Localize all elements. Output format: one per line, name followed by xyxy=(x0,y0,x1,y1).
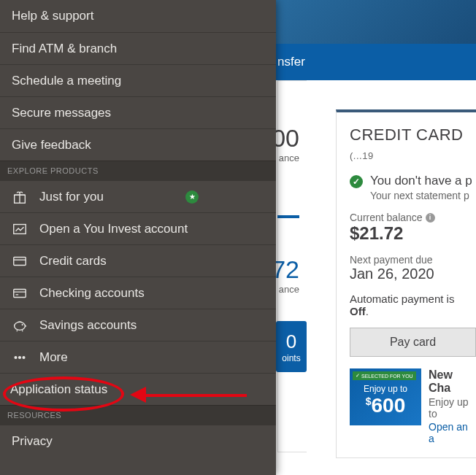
menu-credit-cards[interactable]: Credit cards xyxy=(0,244,276,277)
svg-rect-3 xyxy=(14,289,26,297)
promo-title: New Cha xyxy=(429,368,476,395)
points-tile[interactable]: 0 oints xyxy=(276,321,307,372)
cc-title-text: CREDIT CARD xyxy=(350,125,463,144)
menu-label: Checking accounts xyxy=(39,286,145,301)
menu-schedule-meeting[interactable]: Schedule a meeting xyxy=(0,64,276,96)
points-label: oints xyxy=(282,353,300,363)
next-payment-label: Next payment due xyxy=(350,254,476,266)
promo-link[interactable]: Open an a xyxy=(429,421,476,444)
cc-status-text: You don't have a p xyxy=(370,174,472,188)
menu-help-support[interactable]: Help & support xyxy=(0,0,276,32)
svg-point-5 xyxy=(22,324,23,325)
section-explore-products: EXPLORE PRODUCTS xyxy=(0,161,276,180)
current-balance-label: Current balance xyxy=(350,212,476,223)
svg-point-4 xyxy=(15,322,26,330)
nav-label[interactable]: nsfer xyxy=(277,55,305,69)
dots-icon xyxy=(12,350,28,366)
piggy-icon xyxy=(12,317,28,333)
menu-label: Open a You Invest account xyxy=(39,222,188,236)
pay-card-button[interactable]: Pay card xyxy=(350,328,476,357)
promo-sub: Enjoy up to xyxy=(429,396,476,420)
promo-amount: $600 xyxy=(366,394,406,417)
cc-title-suffix: (...19 xyxy=(350,150,374,161)
menu-label: Credit cards xyxy=(39,254,107,269)
annotation-arrow xyxy=(130,391,247,398)
next-payment-value: Jan 26, 2020 xyxy=(350,266,476,282)
credit-card-panel: CREDIT CARD (...19 You don't have a p Yo… xyxy=(336,109,476,458)
auto-payment-text: Automatic payment is Off. xyxy=(350,293,476,317)
cc-status-sub: Your next statement p xyxy=(370,190,472,201)
menu-checking[interactable]: Checking accounts xyxy=(0,277,276,309)
cc-status-row: You don't have a p Your next statement p xyxy=(350,174,476,201)
menu-more[interactable]: More xyxy=(0,341,276,373)
menu-savings[interactable]: Savings accounts xyxy=(0,309,276,341)
chart-icon xyxy=(12,221,28,237)
svg-rect-2 xyxy=(14,257,26,265)
info-icon[interactable] xyxy=(426,213,435,223)
menu-privacy[interactable]: Privacy xyxy=(0,425,276,457)
menu-label: More xyxy=(39,350,68,365)
star-badge-icon xyxy=(185,190,199,204)
points-value: 0 xyxy=(286,331,296,353)
menu-you-invest[interactable]: Open a You Invest account xyxy=(0,212,276,244)
menu-give-feedback[interactable]: Give feedback xyxy=(0,128,276,161)
card-icon xyxy=(12,253,28,269)
promo-image: SELECTED FOR YOU Enjoy up to $600 xyxy=(350,368,421,425)
svg-point-7 xyxy=(19,356,21,358)
svg-point-6 xyxy=(15,356,17,358)
menu-label: Savings accounts xyxy=(39,318,137,333)
menu-find-atm[interactable]: Find ATM & branch xyxy=(0,32,276,64)
gift-icon xyxy=(12,189,28,205)
tab-indicator xyxy=(277,215,299,218)
check-circle-icon xyxy=(350,175,363,188)
credit-card-title[interactable]: CREDIT CARD (...19 xyxy=(350,125,476,163)
check-card-icon xyxy=(12,285,28,301)
promo-enjoy: Enjoy up to xyxy=(364,384,407,394)
svg-point-8 xyxy=(23,356,25,358)
promo-banner[interactable]: SELECTED FOR YOU Enjoy up to $600 New Ch… xyxy=(350,368,476,444)
promo-badge: SELECTED FOR YOU xyxy=(353,371,416,380)
annotation-circle xyxy=(3,376,124,412)
current-balance-value: $21.72 xyxy=(350,223,476,244)
menu-just-for-you[interactable]: Just for you xyxy=(0,180,276,212)
menu-secure-messages[interactable]: Secure messages xyxy=(0,96,276,128)
menu-label: Just for you xyxy=(39,190,104,204)
